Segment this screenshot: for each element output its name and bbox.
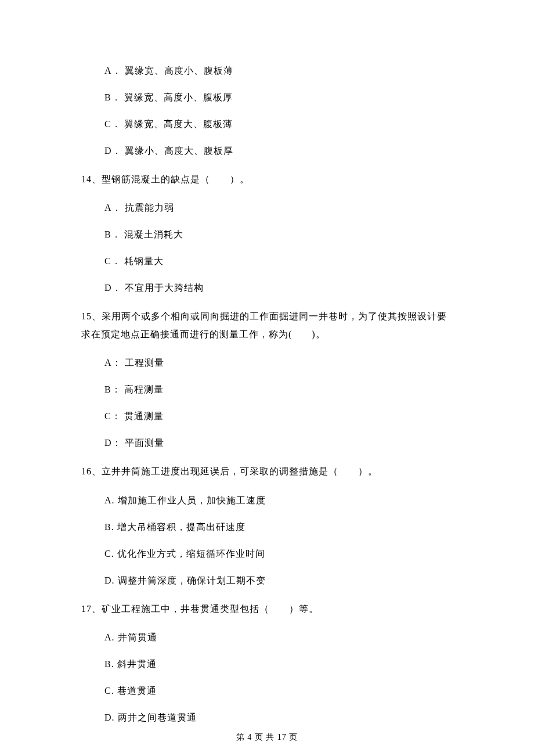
option-text: 巷道贯通 bbox=[117, 686, 157, 696]
q15-option-a: A： 工程测量 bbox=[81, 356, 453, 370]
option-text: 翼缘宽、高度大、腹板薄 bbox=[124, 119, 233, 129]
option-label: C： bbox=[104, 411, 121, 421]
q16-option-d: D. 调整井筒深度，确保计划工期不变 bbox=[81, 574, 453, 588]
option-text: 耗钢量大 bbox=[124, 256, 164, 266]
option-text: 井筒贯通 bbox=[118, 632, 157, 642]
option-label: C． bbox=[104, 119, 121, 129]
option-label: A. bbox=[104, 495, 115, 505]
q17-option-c: C. 巷道贯通 bbox=[81, 684, 453, 698]
q17-option-d: D. 两井之间巷道贯通 bbox=[81, 711, 453, 725]
q14-option-a: A． 抗震能力弱 bbox=[81, 201, 453, 215]
q16-stem: 16、立井井筒施工进度出现延误后，可采取的调整措施是（ ）。 bbox=[81, 463, 453, 480]
option-text: 翼缘宽、高度小、腹板厚 bbox=[124, 92, 233, 102]
q16-option-a: A. 增加施工作业人员，加快施工速度 bbox=[81, 494, 453, 507]
q17-stem: 17、矿业工程施工中，井巷贯通类型包括（ ）等。 bbox=[81, 600, 453, 618]
option-label: A： bbox=[104, 358, 122, 368]
option-label: D. bbox=[104, 575, 115, 585]
option-text: 高程测量 bbox=[124, 384, 164, 394]
pre-option-a: A． 翼缘宽、高度小、腹板薄 bbox=[81, 64, 453, 78]
q16-option-c: C. 优化作业方式，缩短循环作业时间 bbox=[81, 547, 453, 561]
option-label: A． bbox=[104, 203, 122, 213]
option-text: 翼缘宽、高度小、腹板薄 bbox=[125, 66, 233, 75]
q15-option-c: C： 贯通测量 bbox=[81, 409, 453, 423]
option-text: 不宜用于大跨结构 bbox=[125, 283, 204, 293]
option-text: 斜井贯通 bbox=[117, 659, 157, 669]
q15-stem: 15、采用两个或多个相向或同向掘进的工作面掘进同一井巷时，为了使其按照设计要求在… bbox=[81, 308, 453, 343]
option-label: D． bbox=[104, 146, 122, 156]
option-label: C. bbox=[104, 549, 114, 559]
option-label: C. bbox=[104, 686, 114, 696]
option-label: A． bbox=[104, 66, 122, 75]
option-label: B： bbox=[104, 384, 121, 394]
option-label: B． bbox=[104, 92, 121, 102]
page-container: A． 翼缘宽、高度小、腹板薄 B． 翼缘宽、高度小、腹板厚 C． 翼缘宽、高度大… bbox=[0, 0, 534, 756]
page-footer: 第 4 页 共 17 页 bbox=[0, 731, 534, 743]
option-label: B. bbox=[104, 522, 114, 532]
option-label: C． bbox=[104, 256, 121, 266]
option-text: 优化作业方式，缩短循环作业时间 bbox=[117, 549, 265, 559]
q14-option-c: C． 耗钢量大 bbox=[81, 254, 453, 268]
q15-option-b: B： 高程测量 bbox=[81, 383, 453, 397]
q17-option-b: B. 斜井贯通 bbox=[81, 657, 453, 671]
option-text: 翼缘小、高度大、腹板厚 bbox=[125, 146, 233, 156]
q14-option-b: B． 混凝土消耗大 bbox=[81, 228, 453, 242]
option-text: 贯通测量 bbox=[124, 411, 164, 421]
option-label: D． bbox=[104, 283, 122, 293]
option-text: 两井之间巷道贯通 bbox=[118, 712, 197, 722]
option-label: D. bbox=[104, 712, 115, 722]
option-label: A. bbox=[104, 632, 115, 642]
option-label: B. bbox=[104, 659, 114, 669]
pre-option-b: B． 翼缘宽、高度小、腹板厚 bbox=[81, 91, 453, 105]
option-text: 增大吊桶容积，提高出矸速度 bbox=[117, 522, 246, 532]
option-label: D： bbox=[104, 438, 122, 448]
q17-option-a: A. 井筒贯通 bbox=[81, 631, 453, 645]
q15-option-d: D： 平面测量 bbox=[81, 436, 453, 450]
option-label: B． bbox=[104, 229, 121, 239]
option-text: 调整井筒深度，确保计划工期不变 bbox=[118, 575, 266, 585]
option-text: 工程测量 bbox=[125, 358, 164, 368]
option-text: 增加施工作业人员，加快施工速度 bbox=[118, 495, 266, 505]
pre-option-d: D． 翼缘小、高度大、腹板厚 bbox=[81, 144, 453, 158]
option-text: 平面测量 bbox=[125, 438, 164, 448]
q14-stem: 14、型钢筋混凝土的缺点是（ ）。 bbox=[81, 171, 453, 188]
option-text: 混凝土消耗大 bbox=[124, 229, 183, 239]
q16-option-b: B. 增大吊桶容积，提高出矸速度 bbox=[81, 520, 453, 534]
q14-option-d: D． 不宜用于大跨结构 bbox=[81, 281, 453, 295]
pre-option-c: C． 翼缘宽、高度大、腹板薄 bbox=[81, 117, 453, 131]
option-text: 抗震能力弱 bbox=[125, 203, 174, 213]
